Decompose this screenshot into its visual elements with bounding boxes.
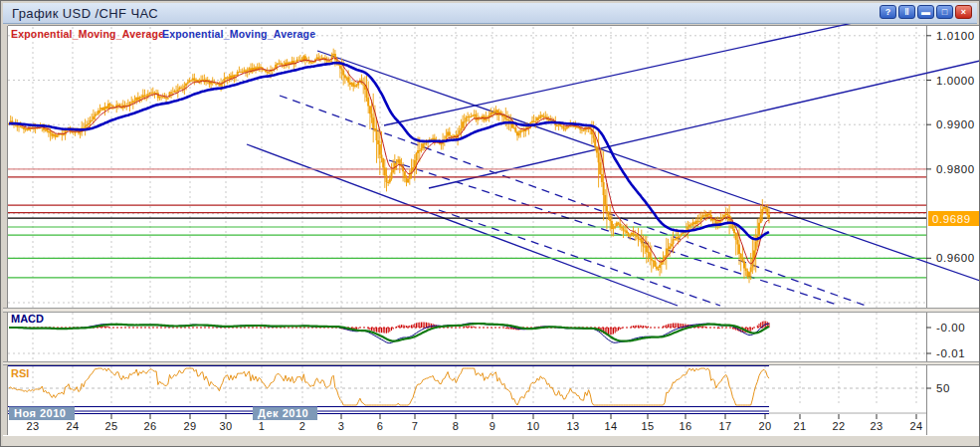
time-axis-label: 23 xyxy=(870,420,882,432)
time-axis-label: 20 xyxy=(758,420,771,432)
month-badge: Дек 2010 xyxy=(253,407,317,421)
price-axis-label: 1.0000 xyxy=(936,75,975,87)
svg-text:Ноя 2010: Ноя 2010 xyxy=(14,407,66,419)
rsi-label: RSI xyxy=(11,367,29,379)
chart-canvas[interactable]: 1.01001.00000.99000.98000.9600-0.00-0.01… xyxy=(1,24,980,447)
time-axis-label: 7 xyxy=(412,420,419,432)
time-axis-label: 16 xyxy=(679,420,691,432)
time-axis-label: 2 xyxy=(299,420,306,432)
price-axis-label: 0.9800 xyxy=(936,163,975,175)
time-axis-label: 17 xyxy=(718,420,731,432)
time-axis-label: 24 xyxy=(66,420,79,432)
time-axis-label: 13 xyxy=(566,420,579,432)
price-axis-label: 0.9900 xyxy=(936,118,975,130)
price-axis-label: 1.0100 xyxy=(936,30,975,42)
time-axis-label: 23 xyxy=(26,420,39,432)
time-axis-label: 30 xyxy=(219,420,232,432)
time-axis-label: 1 xyxy=(259,420,266,432)
pause-button[interactable]: ‖ xyxy=(898,5,915,19)
current-price-tag: 0.9689 xyxy=(928,211,979,226)
svg-text:0.9689: 0.9689 xyxy=(932,213,971,225)
svg-text:-0.00: -0.00 xyxy=(936,322,965,334)
time-axis-label: 3 xyxy=(338,420,345,432)
window-controls: ?‖▬□× xyxy=(880,5,972,19)
time-axis-label: 10 xyxy=(526,420,539,432)
time-axis-label: 24 xyxy=(909,420,922,432)
window-title: График USD /CHF ЧАС xyxy=(12,6,158,21)
time-axis-label: 9 xyxy=(490,420,496,432)
close-button[interactable]: × xyxy=(955,5,972,19)
legend-ema-label: Exponential_Moving_Average xyxy=(11,28,164,40)
price-axis-label: 0.9600 xyxy=(936,252,975,264)
titlebar[interactable]: График USD /CHF ЧАС ?‖▬□× xyxy=(3,3,977,24)
time-axis-label: 6 xyxy=(377,420,384,432)
svg-text:50: 50 xyxy=(936,382,950,394)
minimize-button[interactable]: ▬ xyxy=(917,5,934,19)
time-axis-label: 15 xyxy=(641,420,654,432)
maximize-button[interactable]: □ xyxy=(936,5,953,19)
time-axis-label: 26 xyxy=(143,420,156,432)
macd-label: MACD xyxy=(11,313,44,325)
time-axis-label: 21 xyxy=(793,420,806,432)
time-axis-label: 14 xyxy=(604,420,617,432)
time-axis-label: 29 xyxy=(183,420,196,432)
svg-text:-0.01: -0.01 xyxy=(936,347,965,359)
month-badge: Ноя 2010 xyxy=(9,407,75,421)
time-axis-label: 22 xyxy=(832,420,845,432)
legend-ema-label: Exponential_Moving_Average xyxy=(162,28,315,40)
time-axis-label: 8 xyxy=(453,420,460,432)
help-button[interactable]: ? xyxy=(880,5,896,19)
svg-text:Дек 2010: Дек 2010 xyxy=(258,407,308,419)
time-axis-label: 25 xyxy=(104,420,117,432)
chart-window: График USD /CHF ЧАС ?‖▬□× 1.01001.00000.… xyxy=(0,0,980,447)
